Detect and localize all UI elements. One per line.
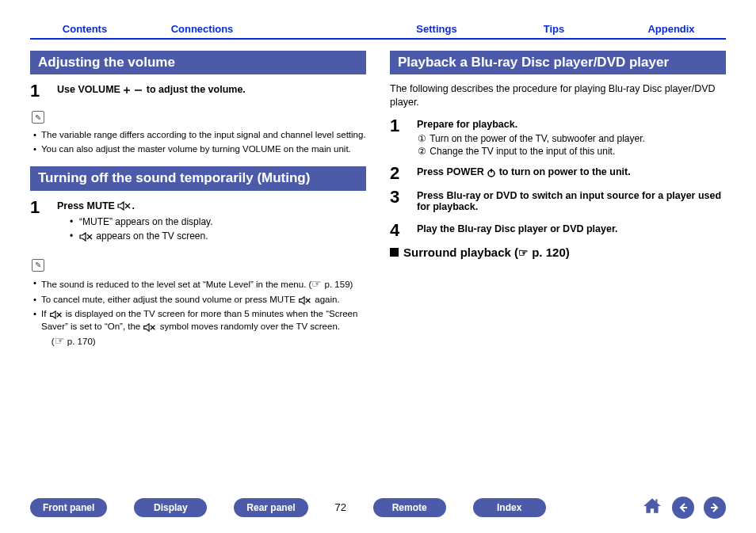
pointer-icon: ☞ <box>55 334 65 347</box>
front-panel-button[interactable]: Front panel <box>30 498 107 517</box>
power-icon <box>487 168 496 177</box>
svg-rect-15 <box>655 499 657 502</box>
note-item: You can also adjust the master volume by… <box>41 143 366 155</box>
step-number: 1 <box>30 82 46 100</box>
remote-button[interactable]: Remote <box>373 498 446 517</box>
square-bullet-icon <box>390 248 399 257</box>
top-tab-bar: Contents Connections Playback Settings T… <box>30 19 726 40</box>
sub-step: ② Change the TV input to the input of th… <box>417 146 726 157</box>
plus-minus-icon <box>123 86 143 95</box>
mute-icon <box>49 310 63 319</box>
mute-icon <box>298 296 312 305</box>
circled-one-icon: ① <box>417 133 427 144</box>
note-item: The variable range differs according to … <box>41 128 366 141</box>
mute-icon <box>143 323 157 332</box>
step-instruction: Press Blu-ray or DVD to switch an input … <box>417 190 726 212</box>
tab-connections[interactable]: Connections <box>147 19 257 38</box>
display-button[interactable]: Display <box>134 498 207 517</box>
step-number: 4 <box>390 222 406 239</box>
note-item: If is displayed on the TV screen for mor… <box>41 307 366 348</box>
sub-bullet: “MUTE” appears on the display. <box>79 215 366 229</box>
step-instruction: Press MUTE . <box>57 200 366 211</box>
index-button[interactable]: Index <box>473 498 546 517</box>
step-instruction: Play the Blu-ray Disc player or DVD play… <box>417 223 726 234</box>
note-item: To cancel mute, either adjust the sound … <box>41 293 366 306</box>
tab-playback[interactable]: Playback <box>265 19 374 38</box>
step-number: 1 <box>30 199 46 248</box>
sub-step: ① Turn on the power of the TV, subwoofer… <box>417 133 726 144</box>
tab-contents[interactable]: Contents <box>30 19 139 38</box>
surround-playback-link[interactable]: Surround playback (☞ p. 120) <box>390 246 726 259</box>
section-adjusting-volume: Adjusting the volume <box>30 51 366 74</box>
right-column: Playback a Blu-ray Disc player/DVD playe… <box>390 51 726 489</box>
page-number: 72 <box>332 501 349 513</box>
step-instruction: Press POWER to turn on power to the unit… <box>417 166 726 177</box>
note-list: The sound is reduced to the level set at… <box>30 276 366 348</box>
pointer-icon: ☞ <box>311 277 322 290</box>
note-list: The variable range differs according to … <box>30 128 366 155</box>
tab-settings[interactable]: Settings <box>382 19 491 38</box>
rear-panel-button[interactable]: Rear panel <box>234 498 307 517</box>
tab-tips[interactable]: Tips <box>499 19 609 38</box>
step-number: 3 <box>390 188 406 215</box>
pencil-note-icon: ✎ <box>32 259 44 272</box>
step-number: 2 <box>390 165 406 182</box>
home-icon[interactable] <box>642 496 662 519</box>
pencil-note-icon: ✎ <box>32 111 44 124</box>
tab-appendix[interactable]: Appendix <box>617 19 726 38</box>
circled-two-icon: ② <box>417 146 427 157</box>
prev-page-button[interactable] <box>672 497 694 519</box>
next-page-button[interactable] <box>704 497 726 519</box>
pointer-icon: ☞ <box>518 246 529 259</box>
mute-icon <box>117 201 132 211</box>
step-instruction: Use VOLUME to adjust the volume. <box>57 84 366 95</box>
section-playback-bluray: Playback a Blu-ray Disc player/DVD playe… <box>390 51 726 74</box>
sub-bullet: appears on the TV screen. <box>79 229 366 243</box>
bottom-bar: Front panel Display Rear panel 72 Remote… <box>30 496 726 519</box>
step-instruction: Prepare for playback. <box>417 119 726 130</box>
left-column: Adjusting the volume 1 Use VOLUME to adj… <box>30 51 366 489</box>
step-number: 1 <box>390 117 406 158</box>
intro-text: The following describes the procedure fo… <box>390 82 726 109</box>
mute-icon <box>79 232 94 242</box>
note-item: The sound is reduced to the level set at… <box>41 276 366 292</box>
section-muting: Turning off the sound temporarily (Mutin… <box>30 166 366 190</box>
